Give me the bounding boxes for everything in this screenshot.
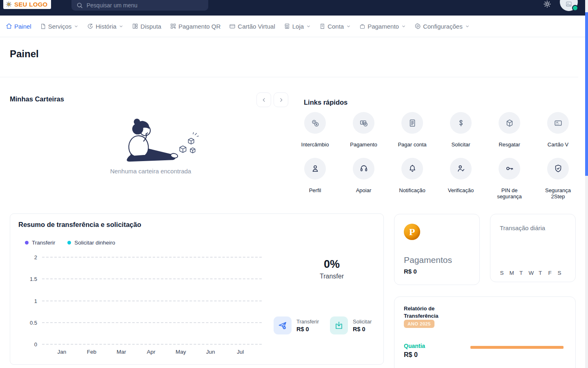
- search-input[interactable]: Pesquisar um menu: [71, 0, 208, 11]
- chevron-down-icon: [346, 24, 351, 29]
- stat-value: R$ 0: [353, 326, 372, 332]
- menu-label: História: [96, 23, 116, 30]
- theme-toggle-sun-icon[interactable]: [543, 0, 551, 8]
- wallets-next-button[interactable]: [274, 92, 288, 107]
- weekday-row: S M T W T F S: [500, 270, 561, 276]
- menu-item-cartao-virtual[interactable]: Cartão Virtual: [229, 23, 275, 30]
- stat-label: Solicitar: [353, 319, 372, 325]
- transfer-report-card: Relatório de Transferência ANO 2025 Quan…: [394, 296, 576, 368]
- wallets-empty-state: Nenhuma carteira encontrada: [10, 111, 292, 175]
- stat-solicitar[interactable]: Solicitar R$ 0: [330, 316, 372, 334]
- y-tick: 1: [25, 298, 42, 304]
- payments-title: Pagamentos: [404, 255, 452, 265]
- weekday: T: [519, 270, 523, 276]
- box-icon: [499, 112, 520, 134]
- quick-link-solicitar[interactable]: Solicitar: [437, 112, 485, 148]
- gridline-row: 1: [25, 298, 262, 303]
- stat-label: Transferir: [296, 319, 319, 325]
- stat-value: R$ 0: [296, 326, 319, 332]
- menu-item-pagamento[interactable]: Pagamento: [359, 23, 406, 30]
- headset-icon: [353, 158, 374, 180]
- wallets-section-title: Minhas Carteiras: [10, 95, 64, 103]
- qr-icon: [170, 23, 176, 29]
- menu-label: Cartão Virtual: [238, 23, 275, 30]
- quick-link-label: PIN de segurança: [491, 188, 528, 200]
- amount-value: R$ 0: [404, 351, 418, 359]
- gridline-row: 1.5: [25, 276, 262, 281]
- menu-item-painel[interactable]: Painel: [6, 23, 31, 30]
- gridline: [42, 278, 262, 279]
- menu-label: Painel: [14, 23, 31, 30]
- gridline: [42, 257, 262, 258]
- x-tick: Jul: [225, 349, 255, 355]
- quick-link-label: Verificação: [448, 188, 474, 194]
- quick-link-label: Segurança 2Step: [539, 188, 577, 200]
- quick-link-apoiar[interactable]: Apoiar: [339, 158, 388, 200]
- file-icon: [40, 23, 46, 29]
- quick-link-notificacao[interactable]: Notificação: [388, 158, 437, 200]
- quick-link-label: Apoiar: [356, 188, 372, 194]
- menu-item-loja[interactable]: Loja: [284, 23, 311, 30]
- menu-item-pagamento-qr[interactable]: Pagamento QR: [170, 23, 220, 30]
- scrollbar-thumb[interactable]: [585, 12, 588, 176]
- quick-link-pagamento[interactable]: Pagamento: [339, 112, 388, 148]
- search-icon: [76, 2, 83, 9]
- gridline-row: 2: [25, 255, 262, 260]
- online-status-dot: [572, 5, 578, 11]
- transfer-percent-value: 0%: [272, 258, 392, 271]
- menu-item-historia[interactable]: História: [87, 23, 123, 30]
- payments-value: R$ 0: [404, 268, 417, 275]
- quick-link-pagar-conta[interactable]: Pagar conta: [388, 112, 437, 148]
- daily-transaction-card[interactable]: Transação diária S M T W T F S: [490, 214, 576, 282]
- card-icon: [547, 112, 569, 134]
- x-tick: Jan: [47, 349, 77, 355]
- user-check-icon: [450, 158, 472, 180]
- logo-text: SEU LOGO: [14, 0, 48, 8]
- legend-solicitar[interactable]: Solicitar dinheiro: [67, 240, 115, 246]
- divider: [0, 77, 578, 77]
- weekday: W: [529, 270, 533, 276]
- logo-emblem-icon: [5, 0, 12, 8]
- quick-link-label: Solicitar: [451, 142, 470, 148]
- weekday: M: [510, 270, 514, 276]
- topbar: SEU LOGO Pesquisar um menu: [0, 0, 588, 16]
- user-icon: [304, 158, 326, 180]
- shield-check-icon: [547, 158, 569, 180]
- quick-link-intercambio[interactable]: Intercâmbio: [291, 112, 339, 148]
- logo[interactable]: SEU LOGO: [3, 0, 51, 9]
- stat-transferir[interactable]: Transferir R$ 0: [274, 316, 319, 334]
- legend-label: Solicitar dinheiro: [74, 240, 115, 246]
- chart-title: Resumo de transferência e solicitação: [18, 221, 141, 229]
- menu-label: Loja: [292, 23, 304, 30]
- legend-transferir[interactable]: Transferir: [25, 240, 55, 246]
- wallets-prev-button[interactable]: [256, 92, 271, 107]
- menu-label: Pagamento: [368, 23, 399, 30]
- weekday: S: [557, 270, 561, 276]
- quick-links-grid: Intercâmbio Pagamento Pagar conta Solici…: [291, 112, 582, 200]
- menu-label: Disputa: [140, 23, 161, 30]
- payments-card[interactable]: P Pagamentos R$ 0: [394, 214, 480, 285]
- menu-item-servicos[interactable]: Serviços: [40, 23, 79, 30]
- quick-link-resgatar[interactable]: Resgatar: [485, 112, 534, 148]
- chevron-left-icon: [261, 97, 267, 103]
- menu-item-configuracoes[interactable]: Configurações: [414, 23, 470, 30]
- quick-link-verificacao[interactable]: Verificação: [437, 158, 485, 200]
- report-bar: [470, 346, 564, 349]
- quick-link-cartao-virtual[interactable]: Cartão V: [534, 112, 582, 148]
- empty-wallets-illustration: [100, 111, 202, 164]
- x-tick: May: [166, 349, 196, 355]
- main-menu: Painel Serviços História Disputa Pagamen…: [0, 16, 588, 37]
- y-tick: 0: [25, 341, 42, 348]
- quick-link-label: Resgatar: [499, 142, 520, 148]
- legend-dot-cyan: [67, 241, 71, 245]
- quick-link-pin-seguranca[interactable]: PIN de segurança: [485, 158, 534, 200]
- menu-item-disputa[interactable]: Disputa: [132, 23, 161, 30]
- quick-link-perfil[interactable]: Perfil: [291, 158, 339, 200]
- quick-link-label: Notificação: [399, 188, 425, 194]
- quick-links-title: Links rápidos: [304, 99, 347, 106]
- clock-icon: [87, 23, 94, 29]
- chevron-down-icon: [306, 24, 311, 29]
- menu-item-conta[interactable]: Conta: [319, 23, 351, 30]
- quick-link-seguranca-2step[interactable]: Segurança 2Step: [534, 158, 582, 200]
- payments-logo-icon: P: [404, 224, 420, 240]
